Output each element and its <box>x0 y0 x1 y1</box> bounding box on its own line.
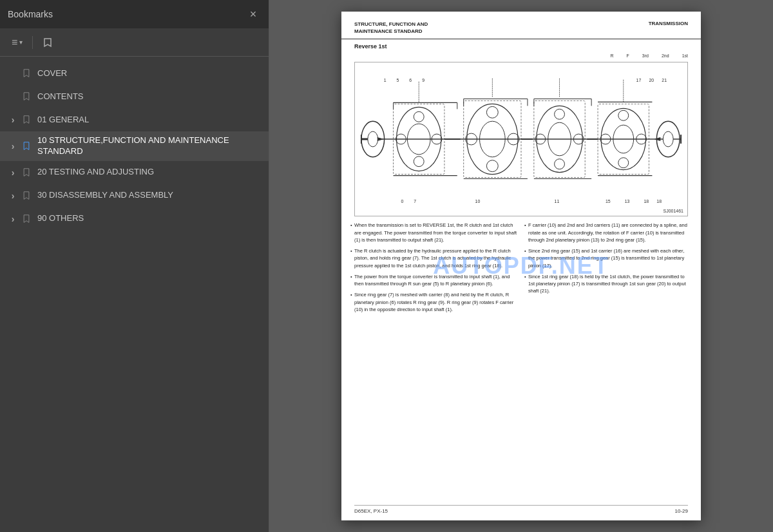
svg-text:20: 20 <box>649 78 654 82</box>
svg-text:11: 11 <box>555 200 560 204</box>
bookmark-item-others[interactable]: ›90 OTHERS <box>0 207 269 231</box>
bookmark-icon-contents <box>21 91 32 102</box>
svg-text:18: 18 <box>644 200 649 204</box>
bookmark-item-disassembly[interactable]: ›30 DISASSEMBLY AND ASSEMBLY <box>0 184 269 207</box>
svg-text:17: 17 <box>636 78 642 82</box>
bookmark-label-testing: 20 TESTING AND ADJUSTING <box>37 167 261 178</box>
bookmark-list: COVERCONTENTS›01 GENERAL›10 STRUCTURE,FU… <box>0 57 269 532</box>
label-1st: 1st <box>682 53 688 58</box>
header-line1: STRUCTURE, FUNCTION AND <box>354 21 428 28</box>
bookmark-icon-general <box>21 114 32 126</box>
expand-arrow-structure: › <box>8 141 18 151</box>
svg-point-25 <box>555 109 565 120</box>
bookmark-icon-others <box>21 213 32 225</box>
body-left-para-3: Since ring gear (7) is meshed with carri… <box>350 291 518 313</box>
expand-arrow-contents <box>8 91 18 102</box>
bookmark-label-general: 01 GENERAL <box>37 115 261 126</box>
footer-left: D65EX, PX-15 <box>354 508 388 514</box>
svg-point-7 <box>663 131 673 147</box>
svg-marker-73 <box>654 137 660 141</box>
toolbar-divider <box>32 36 33 49</box>
header-line2: MAINTENANCE STANDARD <box>354 28 428 35</box>
gear-diagram: 1 5 6 9 17 20 21 0 7 10 11 15 13 18 18 <box>354 62 688 216</box>
svg-point-12 <box>414 157 424 167</box>
svg-text:1: 1 <box>384 78 386 82</box>
label-2nd: 2nd <box>662 53 669 58</box>
body-col-left: When the transmission is set to REVERSE … <box>350 222 518 317</box>
section-title: Reverse 1st <box>341 43 701 53</box>
body-left-para-2: The power from the torque converter is t… <box>350 273 518 288</box>
svg-point-19 <box>486 160 498 172</box>
svg-text:18: 18 <box>656 200 662 204</box>
svg-text:7: 7 <box>414 200 416 204</box>
svg-text:21: 21 <box>662 78 667 82</box>
sidebar: Bookmarks × ≡ ▾ COVERCONTENTS›01 GENERAL… <box>0 0 269 532</box>
bookmark-icon-disassembly <box>21 190 32 202</box>
doc-body: When the transmission is set to REVERSE … <box>341 222 701 317</box>
bookmark-item-contents[interactable]: CONTENTS <box>0 85 269 108</box>
doc-header-right: TRANSMISSION <box>649 21 688 35</box>
bookmark-item-cover[interactable]: COVER <box>0 62 269 85</box>
label-r: R <box>611 53 614 58</box>
close-button[interactable]: × <box>245 6 261 22</box>
expand-arrow-general: › <box>8 115 18 125</box>
sidebar-title: Bookmarks <box>8 9 53 19</box>
bookmark-label-others: 90 OTHERS <box>37 213 261 224</box>
footer-right: 10-29 <box>675 508 688 514</box>
body-left-para-0: When the transmission is set to REVERSE … <box>350 222 518 243</box>
svg-text:10: 10 <box>475 200 481 204</box>
label-f: F <box>627 53 629 58</box>
svg-text:15: 15 <box>606 200 611 204</box>
body-left-para-1: The R clutch is actuated by the hydrauli… <box>350 247 518 269</box>
svg-text:6: 6 <box>409 78 412 82</box>
svg-point-11 <box>414 112 424 122</box>
dropdown-arrow-icon: ▾ <box>19 39 23 46</box>
bookmark-icon-testing <box>21 167 32 178</box>
bookmark-icon-structure <box>21 140 32 152</box>
main-content: AUTOPDF.NET STRUCTURE, FUNCTION AND MAIN… <box>269 0 773 532</box>
transmission-diagram-svg: 1 5 6 9 17 20 21 0 7 10 11 15 13 18 18 <box>355 62 687 216</box>
bookmark-item-testing[interactable]: ›20 TESTING AND ADJUSTING <box>0 161 269 184</box>
document-page: AUTOPDF.NET STRUCTURE, FUNCTION AND MAIN… <box>341 12 701 520</box>
svg-point-33 <box>618 158 629 168</box>
svg-point-26 <box>555 159 565 169</box>
expand-arrow-cover <box>8 68 18 79</box>
body-right-para-0: F carrier (10) and 2nd and 3rd carriers … <box>524 222 692 243</box>
bookmark-label-disassembly: 30 DISASSEMBLY AND ASSEMBLY <box>37 190 261 201</box>
bookmark-add-button[interactable] <box>39 35 57 50</box>
doc-header: STRUCTURE, FUNCTION AND MAINTENANCE STAN… <box>341 12 701 39</box>
diagram-labels: R F 3rd 2nd 1st <box>341 53 701 59</box>
list-icon: ≡ <box>12 37 17 48</box>
body-right-para-1: Since 2nd ring gear (15) and 1st carrier… <box>524 247 692 269</box>
bookmark-icon <box>43 37 53 48</box>
svg-text:0: 0 <box>401 200 403 204</box>
expand-arrow-others: › <box>8 214 18 224</box>
list-view-button[interactable]: ≡ ▾ <box>8 34 26 51</box>
bookmark-item-structure[interactable]: ›10 STRUCTURE,FUNCTION AND MAINTENANCE S… <box>0 131 269 161</box>
svg-marker-72 <box>377 137 384 141</box>
doc-footer: D65EX, PX-15 10-29 <box>354 505 688 514</box>
svg-point-32 <box>618 111 629 121</box>
body-col-right: F carrier (10) and 2nd and 3rd carriers … <box>524 222 692 317</box>
label-3rd: 3rd <box>642 53 649 58</box>
svg-point-18 <box>486 107 498 119</box>
svg-point-5 <box>368 131 378 147</box>
bookmark-label-contents: CONTENTS <box>37 91 261 102</box>
bookmark-label-structure: 10 STRUCTURE,FUNCTION AND MAINTENANCE ST… <box>37 135 261 157</box>
svg-text:9: 9 <box>422 78 425 82</box>
body-right-para-2: Since 1st ring gear (18) is held by the … <box>524 273 692 295</box>
expand-arrow-disassembly: › <box>8 191 18 201</box>
bookmark-icon-cover <box>21 68 32 79</box>
bookmark-item-general[interactable]: ›01 GENERAL <box>0 108 269 131</box>
doc-header-left: STRUCTURE, FUNCTION AND MAINTENANCE STAN… <box>354 21 428 35</box>
diagram-caption: SJ001461 <box>663 209 683 213</box>
sidebar-toolbar: ≡ ▾ <box>0 28 269 57</box>
expand-arrow-testing: › <box>8 167 18 178</box>
svg-text:13: 13 <box>625 200 630 204</box>
sidebar-header: Bookmarks × <box>0 0 269 28</box>
bookmark-label-cover: COVER <box>37 68 261 79</box>
svg-text:5: 5 <box>397 78 399 82</box>
